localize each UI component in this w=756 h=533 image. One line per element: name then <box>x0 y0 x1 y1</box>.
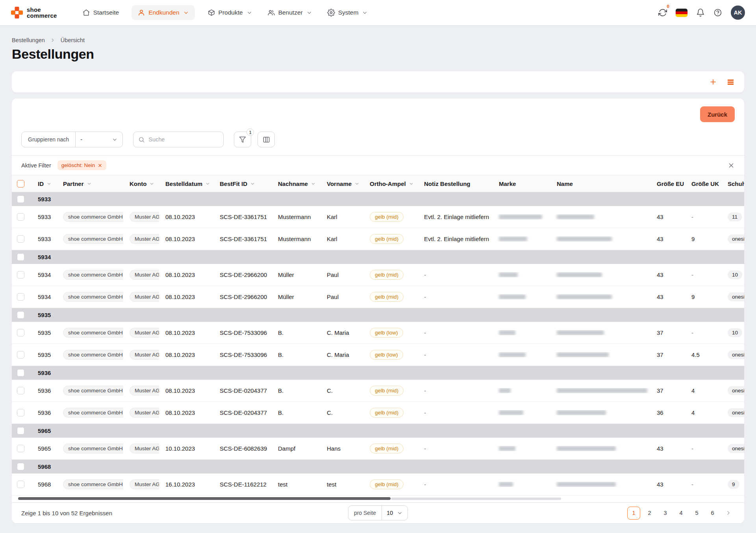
nav-item-endkunden[interactable]: Endkunden <box>132 5 195 20</box>
add-icon[interactable] <box>709 78 717 86</box>
order-row[interactable]: 5933shoe commerce GmbHMuster AG08.10.202… <box>12 206 744 228</box>
column-header-notiz-bestellung[interactable]: Notiz Bestellung <box>418 180 493 187</box>
remove-filter-icon[interactable] <box>98 163 102 168</box>
page-button-4[interactable]: 4 <box>674 507 687 520</box>
refresh-icon <box>658 8 667 17</box>
order-row[interactable]: 5933shoe commerce GmbHMuster AG08.10.202… <box>12 228 744 250</box>
search-input[interactable] <box>148 136 219 143</box>
order-row[interactable]: 5968shoe commerce GmbHMuster AG16.10.202… <box>12 474 744 496</box>
row-checkbox[interactable] <box>17 271 24 279</box>
group-checkbox[interactable] <box>17 311 24 319</box>
nav-item-produkte[interactable]: Produkte <box>205 5 255 20</box>
page-button-2[interactable]: 2 <box>643 507 656 520</box>
redacted-marke <box>499 352 526 357</box>
group-by-control: Gruppieren nach - <box>21 132 123 147</box>
row-checkbox[interactable] <box>17 329 24 336</box>
select-all-checkbox[interactable] <box>17 180 24 188</box>
column-header-partner[interactable]: Partner <box>57 180 123 187</box>
column-header-bestelldatum[interactable]: Bestelldatum <box>159 180 213 187</box>
next-page-button[interactable] <box>722 507 735 520</box>
page-title: Bestellungen <box>12 46 744 62</box>
table-body: 59335933shoe commerce GmbHMuster AG08.10… <box>12 192 744 496</box>
page-buttons: 123456 <box>627 507 735 520</box>
breadcrumb: Bestellungen Übersicht <box>12 37 744 43</box>
order-group-row[interactable]: 5936 <box>12 366 744 380</box>
order-row[interactable]: 5965shoe commerce GmbHMuster AG10.10.202… <box>12 438 744 460</box>
column-header-name[interactable]: Name <box>550 180 650 187</box>
column-header-konto[interactable]: Konto <box>123 180 159 187</box>
redacted-name <box>557 388 647 393</box>
row-checkbox[interactable] <box>17 481 24 488</box>
per-page-select[interactable]: 10 <box>382 506 408 520</box>
nav-item-system[interactable]: System <box>325 5 371 20</box>
clear-all-filters-icon[interactable] <box>728 162 735 169</box>
saved-views-list-icon[interactable] <box>726 78 735 86</box>
schuhweite-badge: 10 <box>728 328 742 337</box>
group-id: 5936 <box>32 370 51 376</box>
sort-icon <box>205 181 210 186</box>
back-button[interactable]: Zurück <box>700 106 735 122</box>
sync-button[interactable]: 0 <box>658 8 667 17</box>
group-checkbox[interactable] <box>17 427 24 435</box>
group-checkbox[interactable] <box>17 463 24 470</box>
column-header-bestfit-id[interactable]: BestFit ID <box>213 180 272 187</box>
breadcrumb-item-bestellungen[interactable]: Bestellungen <box>12 37 45 43</box>
schuhweite-badge: onesize <box>728 444 744 453</box>
order-row[interactable]: 5936shoe commerce GmbHMuster AG08.10.202… <box>12 380 744 402</box>
page-button-1[interactable]: 1 <box>627 507 640 520</box>
order-row[interactable]: 5934shoe commerce GmbHMuster AG08.10.202… <box>12 286 744 308</box>
columns-button[interactable] <box>258 132 275 147</box>
scrollbar-thumb[interactable] <box>18 497 391 500</box>
column-header-id[interactable]: ID <box>32 180 57 187</box>
column-header-marke[interactable]: Marke <box>493 180 550 187</box>
group-checkbox[interactable] <box>17 195 24 203</box>
order-row[interactable]: 5936shoe commerce GmbHMuster AG08.10.202… <box>12 402 744 424</box>
notifications-bell-icon[interactable] <box>696 8 705 17</box>
row-checkbox[interactable] <box>17 235 24 243</box>
language-flag-german[interactable] <box>676 9 687 17</box>
search-input-wrapper <box>133 132 224 147</box>
pagination: Zeige 1 bis 10 von 52 Ergebnissen pro Se… <box>12 502 744 523</box>
group-checkbox[interactable] <box>17 253 24 261</box>
konto-chip: Muster AG <box>130 234 159 244</box>
order-group-row[interactable]: 5968 <box>12 460 744 474</box>
order-group-row[interactable]: 5934 <box>12 250 744 264</box>
filter-chip-geloescht[interactable]: gelöscht: Nein <box>57 160 107 170</box>
page-button-6[interactable]: 6 <box>706 507 719 520</box>
column-header-gr-e-eu[interactable]: Größe EU <box>650 180 685 187</box>
page-button-5[interactable]: 5 <box>690 507 703 520</box>
column-header-vorname[interactable]: Vorname <box>321 180 363 187</box>
sort-icon <box>250 181 255 186</box>
redacted-marke <box>499 330 515 335</box>
redacted-name <box>557 446 616 451</box>
help-icon[interactable] <box>713 8 722 17</box>
row-checkbox[interactable] <box>17 445 24 452</box>
column-header-nachname[interactable]: Nachname <box>272 180 321 187</box>
redacted-marke <box>499 214 542 219</box>
breadcrumb-item-uebersicht[interactable]: Übersicht <box>61 37 85 43</box>
column-header-ortho-ampel[interactable]: Ortho-Ampel <box>363 180 418 187</box>
row-checkbox[interactable] <box>17 213 24 221</box>
row-checkbox[interactable] <box>17 293 24 301</box>
nav-item-startseite[interactable]: Startseite <box>80 5 121 20</box>
column-header-schuhweite[interactable]: Schuhweite <box>721 180 744 187</box>
order-group-row[interactable]: 5933 <box>12 192 744 206</box>
order-group-row[interactable]: 5935 <box>12 308 744 322</box>
row-checkbox[interactable] <box>17 387 24 394</box>
app-logo[interactable]: shoe commerce <box>11 7 57 19</box>
order-group-row[interactable]: 5965 <box>12 424 744 438</box>
order-row[interactable]: 5934shoe commerce GmbHMuster AG08.10.202… <box>12 264 744 286</box>
row-checkbox[interactable] <box>17 351 24 358</box>
row-checkbox[interactable] <box>17 409 24 416</box>
page-button-3[interactable]: 3 <box>659 507 672 520</box>
group-checkbox[interactable] <box>17 369 24 377</box>
sort-icon <box>149 181 154 186</box>
order-row[interactable]: 5935shoe commerce GmbHMuster AG08.10.202… <box>12 322 744 344</box>
column-header-gr-e-uk[interactable]: Größe UK <box>685 180 721 187</box>
filter-button[interactable]: 1 <box>234 132 251 147</box>
order-row[interactable]: 5935shoe commerce GmbHMuster AG08.10.202… <box>12 344 744 366</box>
group-by-select[interactable]: - <box>75 132 122 147</box>
filter-count-badge: 1 <box>246 128 254 136</box>
user-avatar[interactable]: AK <box>731 6 745 20</box>
nav-item-benutzer[interactable]: Benutzer <box>265 5 315 20</box>
